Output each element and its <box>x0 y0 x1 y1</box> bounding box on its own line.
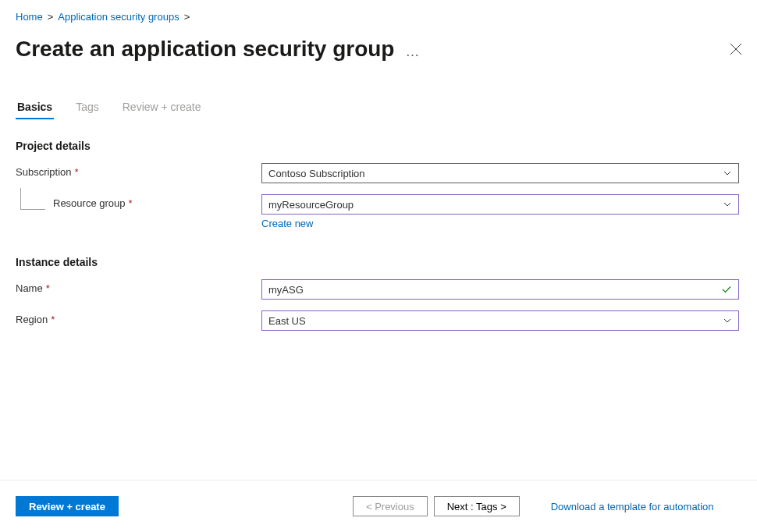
breadcrumb-parent[interactable]: Application security groups <box>58 11 179 23</box>
chevron-down-icon <box>723 316 732 325</box>
subscription-value: Contoso Subscription <box>268 168 365 179</box>
review-create-button[interactable]: Review + create <box>16 496 119 516</box>
instance-details-title: Instance details <box>16 256 741 268</box>
tree-branch-icon <box>20 188 45 210</box>
previous-button[interactable]: < Previous <box>353 496 428 516</box>
region-label: Region <box>16 314 48 325</box>
breadcrumb: Home > Application security groups > <box>16 11 741 23</box>
download-template-link[interactable]: Download a template for automation <box>551 501 714 512</box>
subscription-label: Subscription <box>16 166 72 178</box>
check-icon <box>721 284 732 295</box>
create-new-link[interactable]: Create new <box>261 218 313 229</box>
region-select[interactable]: East US <box>261 310 739 331</box>
required-marker: * <box>51 314 55 325</box>
project-details-section: Project details Subscription * Contoso S… <box>16 140 741 229</box>
name-value: myASG <box>268 284 304 296</box>
required-marker: * <box>129 197 133 209</box>
resource-group-value: myResourceGroup <box>268 199 354 211</box>
chevron-down-icon <box>723 200 732 209</box>
tab-review-create[interactable]: Review + create <box>121 101 203 119</box>
more-icon[interactable]: … <box>405 44 421 60</box>
tab-tags[interactable]: Tags <box>74 101 101 119</box>
resource-group-label: Resource group <box>53 197 126 209</box>
project-details-title: Project details <box>16 140 741 152</box>
breadcrumb-sep-1: > <box>48 11 54 23</box>
subscription-select[interactable]: Contoso Subscription <box>261 163 739 183</box>
resource-group-select[interactable]: myResourceGroup <box>261 194 739 215</box>
region-value: East US <box>268 315 306 327</box>
page-title: Create an application security group <box>16 37 394 62</box>
tab-basics[interactable]: Basics <box>16 101 54 119</box>
next-button[interactable]: Next : Tags > <box>434 496 520 516</box>
close-icon[interactable] <box>730 44 741 55</box>
tabs: Basics Tags Review + create <box>16 101 741 119</box>
breadcrumb-home[interactable]: Home <box>16 11 43 23</box>
chevron-down-icon <box>723 168 732 178</box>
footer: Review + create < Previous Next : Tags >… <box>0 480 757 532</box>
breadcrumb-sep-2: > <box>184 11 190 23</box>
instance-details-section: Instance details Name * myASG Region * <box>16 256 741 331</box>
required-marker: * <box>75 166 79 178</box>
name-input[interactable]: myASG <box>261 279 739 300</box>
required-marker: * <box>46 282 50 294</box>
name-label: Name <box>16 282 43 294</box>
